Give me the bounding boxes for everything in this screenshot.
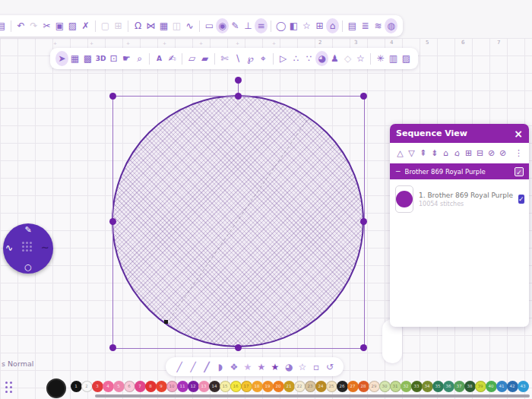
magnet-icon[interactable]: Ω: [131, 18, 144, 33]
design-list-icon[interactable]: ▤: [346, 18, 359, 33]
copy-icon[interactable]: ▣: [53, 18, 66, 33]
palette-color-6[interactable]: 6: [124, 381, 135, 392]
palette-color-21[interactable]: 21: [283, 381, 295, 392]
palette-color-41[interactable]: 41: [496, 381, 508, 392]
resize-handle-bottom-left[interactable]: [109, 344, 116, 351]
palette-color-31[interactable]: 31: [390, 381, 401, 392]
palette-color-16[interactable]: 16: [230, 381, 242, 392]
palette-color-34[interactable]: 34: [422, 381, 433, 392]
monogram-tool[interactable]: ✍: [166, 51, 179, 66]
star-tool[interactable]: ☆: [354, 51, 367, 66]
stylus-icon[interactable]: ✎: [24, 225, 31, 235]
group-icon[interactable]: ⊞: [463, 146, 474, 161]
zoom-tool[interactable]: ⌕: [133, 51, 146, 66]
radial-quick-menu[interactable]: ✎ ∿ ∼ ○: [3, 223, 53, 274]
star-light-tool[interactable]: ★: [242, 359, 254, 375]
palette-color-8[interactable]: 8: [145, 381, 157, 392]
palette-color-36[interactable]: 36: [443, 381, 454, 392]
petal-node-tool[interactable]: ❖: [228, 359, 240, 375]
select-tool[interactable]: ➤: [55, 51, 68, 66]
palette-color-30[interactable]: 30: [379, 381, 391, 392]
sequence-item-row[interactable]: 1. Brother 869 Royal Purple 10054 stitch…: [390, 179, 529, 219]
lettering-tool[interactable]: A: [153, 51, 166, 66]
palette-color-32[interactable]: 32: [401, 381, 412, 392]
palette-color-22[interactable]: 22: [294, 381, 306, 392]
palette-color-18[interactable]: 18: [252, 381, 263, 392]
menu-kebab-icon[interactable]: ⋮: [513, 146, 524, 161]
figure-tool[interactable]: ♟: [328, 51, 341, 66]
palette-color-26[interactable]: 26: [337, 381, 348, 392]
view-3d-tool[interactable]: 3D: [94, 51, 107, 66]
palette-color-39[interactable]: 39: [475, 381, 486, 392]
layers-icon[interactable]: ≋: [372, 18, 385, 33]
properties-icon[interactable]: ≣: [359, 18, 372, 33]
palette-scrollbar[interactable]: [95, 394, 530, 397]
reshape-icon[interactable]: ◉: [216, 18, 229, 33]
delete-icon[interactable]: ✗: [79, 18, 92, 33]
image-edit-tool[interactable]: ▨: [400, 51, 413, 66]
selected-color-swatch[interactable]: [46, 378, 66, 398]
magic-wand-tool[interactable]: ✳: [374, 51, 387, 66]
palette-color-4[interactable]: 4: [103, 381, 114, 392]
mirror-vertical-icon[interactable]: ⋈: [144, 18, 157, 33]
group-checkbox[interactable]: ✓: [515, 167, 524, 176]
run-tool[interactable]: ▷: [277, 51, 290, 66]
palette-color-13[interactable]: 13: [198, 381, 210, 392]
lock-icon[interactable]: ⌂: [326, 18, 339, 33]
stitch-pen-icon[interactable]: ✎: [229, 18, 242, 33]
line-thin-tool[interactable]: ╱: [173, 359, 185, 375]
palette-color-14[interactable]: 14: [209, 381, 220, 392]
palette-color-15[interactable]: 15: [220, 381, 231, 392]
rotation-handle[interactable]: [235, 77, 242, 84]
stitch-params-icon[interactable]: ≡: [255, 18, 268, 33]
mesh-select-tool[interactable]: ▦: [68, 51, 81, 66]
add-object-icon[interactable]: ⊞: [313, 18, 326, 33]
resize-handle-top-middle[interactable]: [235, 93, 242, 100]
resize-handle-middle-right[interactable]: [360, 218, 367, 225]
palette-color-17[interactable]: 17: [241, 381, 252, 392]
palette-color-3[interactable]: 3: [92, 381, 103, 392]
export-artwork-tool[interactable]: ▰: [198, 51, 211, 66]
image-tool[interactable]: ▥: [387, 51, 400, 66]
star-outline-tool[interactable]: ☆: [296, 359, 309, 375]
fill-tool[interactable]: ◕: [315, 51, 328, 66]
machine-icon[interactable]: ▦: [157, 18, 170, 33]
drag-grip-icon[interactable]: [26, 245, 28, 248]
palette-color-20[interactable]: 20: [273, 381, 284, 392]
leaf-tool[interactable]: ◕: [283, 359, 295, 375]
star-dark-tool[interactable]: ★: [269, 359, 281, 375]
palette-color-25[interactable]: 25: [326, 381, 337, 392]
monitor-tool[interactable]: ⊡: [107, 51, 120, 66]
palette-color-43[interactable]: 43: [518, 381, 529, 392]
shapes-icon[interactable]: ◧: [287, 18, 300, 33]
color-group-row[interactable]: − Brother 869 Royal Purple ✓: [390, 163, 529, 179]
palette-color-33[interactable]: 33: [411, 381, 423, 392]
unlock-item-icon[interactable]: ⌂: [450, 144, 464, 162]
node-edit-tool[interactable]: ⌖: [257, 51, 270, 66]
palette-color-29[interactable]: 29: [369, 381, 380, 392]
palette-color-11[interactable]: 11: [177, 381, 188, 392]
lock-item-icon[interactable]: ⌂: [440, 146, 451, 161]
frame-star-icon[interactable]: ☆: [300, 18, 313, 33]
ungroup-icon[interactable]: ⊟: [474, 146, 486, 161]
palette-color-42[interactable]: 42: [507, 381, 518, 392]
resize-handle-bottom-middle[interactable]: [235, 344, 242, 351]
rectangle-icon[interactable]: ▭: [203, 18, 216, 33]
palette-color-38[interactable]: 38: [464, 381, 476, 392]
knife-tool[interactable]: ✄: [218, 51, 231, 66]
resize-handle-top-left[interactable]: [109, 93, 116, 100]
undo-icon[interactable]: ↶: [14, 18, 27, 33]
outline-nodes-tool[interactable]: ∵: [302, 51, 315, 66]
line-thick-tool[interactable]: ╱: [201, 359, 213, 375]
import-artwork-tool[interactable]: ▱: [185, 51, 198, 66]
palette-color-19[interactable]: 19: [262, 381, 274, 392]
pan-tool[interactable]: ☛: [120, 51, 133, 66]
petal-tool[interactable]: ◗: [214, 359, 226, 375]
palette-color-35[interactable]: 35: [432, 381, 444, 392]
palette-color-28[interactable]: 28: [358, 381, 369, 392]
resize-handle-top-right[interactable]: [360, 93, 367, 100]
palette-color-12[interactable]: 12: [188, 381, 199, 392]
palette-color-24[interactable]: 24: [315, 381, 327, 392]
palette-color-2[interactable]: 2: [81, 381, 93, 392]
resize-handle-middle-left[interactable]: [109, 218, 116, 225]
